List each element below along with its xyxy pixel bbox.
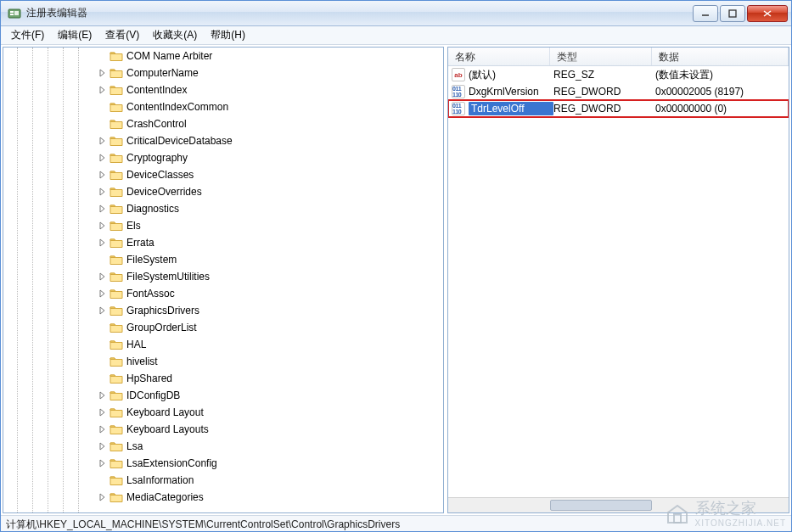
menu-file[interactable]: 文件(F) [4, 26, 51, 44]
tree-node[interactable]: DeviceClasses [3, 166, 443, 183]
col-header-name[interactable]: 名称 [448, 48, 550, 65]
tree-node[interactable]: Errata [3, 234, 443, 251]
folder-icon [110, 50, 123, 62]
tree-node[interactable]: Diagnostics [3, 200, 443, 217]
close-button[interactable] [747, 5, 788, 22]
folder-icon [110, 372, 123, 384]
folder-icon [110, 440, 123, 452]
tree-node[interactable]: LsaExtensionConfig [3, 455, 443, 472]
tree-node-label: ContentIndexCommon [126, 101, 228, 113]
tree-node[interactable]: ContentIndexCommon [3, 98, 443, 115]
chevron-right-icon[interactable] [97, 424, 107, 434]
chevron-right-icon[interactable] [97, 85, 107, 95]
values-body: ab(默认)REG_SZ(数值未设置)011 110DxgKrnlVersion… [448, 66, 789, 497]
menu-help[interactable]: 帮助(H) [204, 26, 252, 44]
chevron-right-icon[interactable] [97, 288, 107, 299]
minimize-button[interactable] [693, 5, 718, 22]
menu-view[interactable]: 查看(V) [98, 26, 146, 44]
expander-empty [97, 322, 107, 333]
tree-scroll[interactable]: COM Name ArbiterComputerNameContentIndex… [3, 48, 443, 512]
tree-node-label: CrashControl [126, 118, 187, 130]
chevron-right-icon[interactable] [97, 441, 107, 451]
tree-node[interactable]: CriticalDeviceDatabase [3, 132, 443, 149]
tree-node[interactable]: Cryptography [3, 149, 443, 166]
value-row[interactable]: 011 110TdrLevelOffREG_DWORD0x00000000 (0… [448, 100, 789, 117]
folder-icon [110, 84, 123, 96]
tree-node[interactable]: COM Name Arbiter [3, 48, 443, 64]
tree-node-label: FileSystemUtilities [126, 271, 210, 283]
tree-node-label: IDConfigDB [126, 389, 180, 401]
tree-node[interactable]: GroupOrderList [3, 319, 443, 336]
col-header-data[interactable]: 数据 [652, 48, 789, 65]
folder-icon [110, 118, 123, 130]
statusbar: 计算机\HKEY_LOCAL_MACHINE\SYSTEM\CurrentCon… [1, 515, 791, 532]
chevron-right-icon[interactable] [97, 68, 107, 78]
maximize-button[interactable] [720, 5, 745, 22]
tree-node[interactable]: Keyboard Layouts [3, 421, 443, 438]
tree-node[interactable]: ContentIndex [3, 81, 443, 98]
value-name: DxgKrnlVersion [469, 86, 553, 98]
tree-node[interactable]: ComputerName [3, 64, 443, 81]
svg-rect-2 [10, 14, 14, 15]
chevron-right-icon[interactable] [97, 136, 107, 146]
folder-icon [110, 474, 123, 486]
chevron-right-icon[interactable] [97, 407, 107, 417]
expander-empty [97, 255, 107, 265]
chevron-right-icon[interactable] [97, 492, 107, 502]
tree-node[interactable]: MediaCategories [3, 489, 443, 506]
horizontal-scrollbar[interactable] [448, 497, 789, 512]
tree-node-label: GraphicsDrivers [126, 305, 199, 316]
folder-icon [110, 101, 123, 113]
tree-node-label: LsaInformation [126, 474, 194, 486]
folder-icon [110, 271, 123, 283]
folder-icon [110, 220, 123, 232]
svg-rect-5 [729, 10, 736, 17]
expander-empty [97, 119, 107, 129]
svg-rect-1 [10, 11, 14, 13]
value-data: (数值未设置) [655, 68, 789, 82]
tree-node-label: Keyboard Layout [126, 406, 204, 418]
tree-node[interactable]: HAL [3, 336, 443, 353]
value-row[interactable]: 011 110DxgKrnlVersionREG_DWORD0x00002005… [448, 83, 789, 100]
column-headers: 名称 类型 数据 [448, 48, 789, 66]
tree-node[interactable]: GraphicsDrivers [3, 302, 443, 319]
tree-node[interactable]: HpShared [3, 370, 443, 387]
scrollbar-thumb[interactable] [550, 500, 652, 511]
folder-icon [110, 186, 123, 198]
folder-icon [110, 237, 123, 249]
chevron-right-icon[interactable] [97, 187, 107, 197]
tree-node-label: Els [126, 220, 141, 232]
chevron-right-icon[interactable] [97, 221, 107, 231]
menu-edit[interactable]: 编辑(E) [51, 26, 98, 44]
chevron-right-icon[interactable] [97, 390, 107, 400]
tree-node[interactable]: Lsa [3, 438, 443, 455]
tree-node[interactable]: DeviceOverrides [3, 183, 443, 200]
tree-node[interactable]: Els [3, 217, 443, 234]
menu-favorites[interactable]: 收藏夹(A) [146, 26, 204, 44]
folder-icon [110, 305, 123, 316]
tree-node[interactable]: hivelist [3, 353, 443, 370]
tree-node-label: Diagnostics [126, 203, 179, 215]
chevron-right-icon[interactable] [97, 204, 107, 214]
tree-node[interactable]: FileSystem [3, 251, 443, 268]
chevron-right-icon[interactable] [97, 238, 107, 248]
tree-node[interactable]: FileSystemUtilities [3, 268, 443, 285]
chevron-right-icon[interactable] [97, 153, 107, 163]
chevron-right-icon[interactable] [97, 458, 107, 468]
chevron-right-icon[interactable] [97, 170, 107, 180]
tree-node[interactable]: CrashControl [3, 115, 443, 132]
window-title: 注册表编辑器 [26, 6, 691, 20]
tree-node[interactable]: IDConfigDB [3, 387, 443, 404]
tree-node[interactable]: LsaInformation [3, 472, 443, 489]
tree-node[interactable]: Keyboard Layout [3, 404, 443, 421]
col-header-type[interactable]: 类型 [550, 48, 652, 65]
chevron-right-icon[interactable] [97, 272, 107, 282]
chevron-right-icon[interactable] [97, 305, 107, 316]
tree-pane: COM Name ArbiterComputerNameContentIndex… [3, 47, 444, 513]
folder-icon [110, 423, 123, 435]
value-row[interactable]: ab(默认)REG_SZ(数值未设置) [448, 66, 789, 83]
tree-node-label: FontAssoc [126, 288, 175, 300]
tree-node[interactable]: FontAssoc [3, 285, 443, 302]
tree-node-label: hivelist [126, 356, 158, 367]
expander-empty [97, 356, 107, 367]
